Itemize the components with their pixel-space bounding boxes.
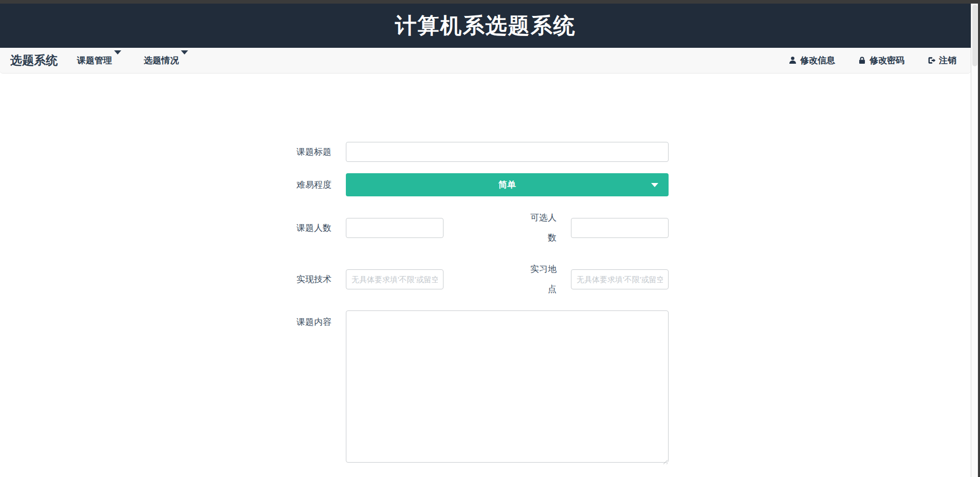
user-icon [788,56,797,65]
form-row-tech-location: 实现技术 实习地点 [283,259,673,299]
nav-menu-label: 选题情况 [144,56,179,65]
scrollbar-thumb[interactable] [972,5,977,66]
optional-count-input[interactable] [571,218,669,238]
topic-title-label: 课题标题 [283,142,331,162]
topic-title-input[interactable] [346,142,669,162]
form-row-title: 课题标题 [283,142,673,162]
page-title: 计算机系选题系统 [395,11,576,40]
difficulty-select[interactable]: 简单 [346,173,669,196]
technology-input[interactable] [346,269,443,289]
form-row-content: 课题内容 [283,310,673,465]
caret-down-icon [114,50,121,54]
logout-icon [927,56,936,65]
optional-count-label: 可选人数 [524,208,557,248]
location-label: 实习地点 [524,259,557,299]
page: 计算机系选题系统 选题系统 课题管理 选题情况 修改信息 [0,0,971,477]
modify-password-link[interactable]: 修改密码 [858,54,904,66]
lock-icon [858,56,866,65]
topic-count-input[interactable] [346,218,443,238]
window-top-frame [0,0,980,4]
difficulty-label: 难易程度 [283,173,331,196]
modify-password-label: 修改密码 [870,54,904,66]
logout-label: 注销 [939,54,956,66]
nav-menu-course-management[interactable]: 课题管理 [77,54,112,66]
form-row-difficulty: 难易程度 简单 [283,173,673,196]
nav-menu-selection-status[interactable]: 选题情况 [144,54,179,66]
modify-info-label: 修改信息 [800,54,835,66]
difficulty-selected-value: 简单 [498,179,516,191]
topic-form: 课题标题 难易程度 简单 课题人数 可选人数 实现技术 实习地点 课题内容 [283,142,673,477]
modify-info-link[interactable]: 修改信息 [788,54,835,66]
logout-link[interactable]: 注销 [927,54,956,66]
location-input[interactable] [571,269,669,289]
form-row-counts: 课题人数 可选人数 [283,208,673,248]
topic-content-textarea[interactable] [346,310,669,463]
caret-down-icon [181,50,188,54]
vertical-scrollbar[interactable] [971,4,978,477]
nav-menu-label: 课题管理 [77,56,112,65]
technology-label: 实现技术 [283,269,331,289]
topic-count-label: 课题人数 [283,218,331,238]
window-right-frame [978,0,980,477]
app-header: 计算机系选题系统 [0,4,971,48]
navbar-brand[interactable]: 选题系统 [10,52,58,68]
chevron-down-icon [651,183,658,187]
main-navbar: 选题系统 课题管理 选题情况 修改信息 修改密码 [0,48,971,74]
topic-content-label: 课题内容 [283,310,331,326]
navbar-right: 修改信息 修改密码 注销 [788,54,956,66]
